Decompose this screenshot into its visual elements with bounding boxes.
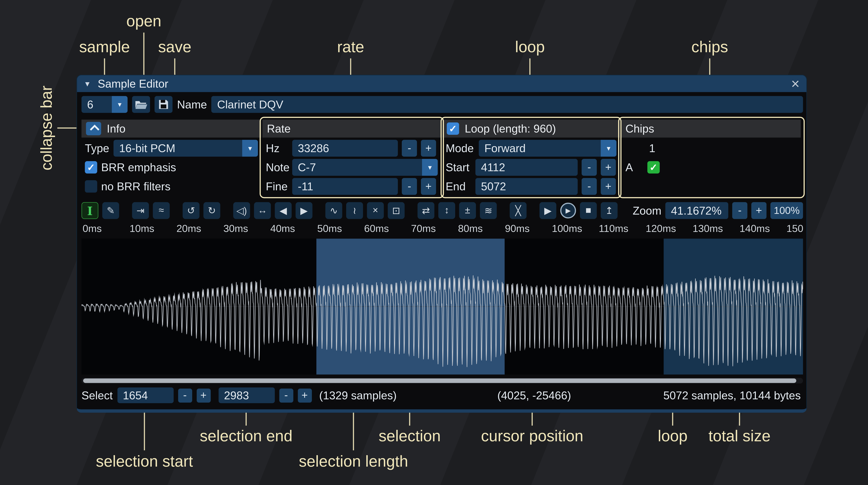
fine-input[interactable]: -11 <box>292 178 398 195</box>
waveform-canvas[interactable] <box>82 239 803 375</box>
sign-icon[interactable]: ± <box>459 202 476 219</box>
save-sample-button[interactable] <box>155 96 173 113</box>
loop-end-label: End <box>446 180 471 193</box>
import-icon[interactable]: ↥ <box>601 202 618 219</box>
annotation-selection-length: selection length <box>299 453 408 471</box>
annotation-rate: rate <box>337 38 364 56</box>
timeline-tick: 30ms <box>223 223 248 235</box>
fine-minus-button[interactable]: - <box>402 178 417 195</box>
collapse-bar-button[interactable] <box>86 122 101 135</box>
titlebar[interactable]: ▼ Sample Editor × <box>77 75 806 92</box>
fade-in-icon[interactable]: ◀ <box>275 202 292 219</box>
loop-mode-dropdown[interactable]: Forward ▼ <box>479 140 616 157</box>
fine-plus-button[interactable]: + <box>421 178 436 195</box>
zoom-input[interactable]: 41.1672% <box>665 202 728 219</box>
hz-label: Hz <box>266 142 288 155</box>
delete-icon[interactable]: × <box>367 202 384 219</box>
loop-end-plus-button[interactable]: + <box>601 178 616 195</box>
amplify-icon[interactable]: ◁) <box>233 202 250 219</box>
zoom-label: Zoom <box>632 204 661 217</box>
waveform-scrollbar <box>82 378 803 384</box>
chevron-down-icon[interactable]: ▼ <box>422 159 438 176</box>
annotation-save: save <box>158 38 191 56</box>
loop-start-input[interactable]: 4112 <box>475 159 578 176</box>
loop-enable-checkbox[interactable]: ✓ <box>447 123 459 135</box>
check-icon: ✓ <box>650 163 658 172</box>
fine-label: Fine <box>266 180 288 193</box>
invert-icon[interactable]: ↕ <box>438 202 455 219</box>
close-icon[interactable]: × <box>791 76 800 91</box>
annotation-total-size: total size <box>709 427 771 445</box>
check-icon: ✓ <box>87 163 95 172</box>
selection-start-input[interactable]: 1654 <box>117 388 174 403</box>
stop-preview-icon[interactable]: ■ <box>580 202 597 219</box>
loop-mode-value: Forward <box>479 140 601 157</box>
timeline-tick: 40ms <box>270 223 295 235</box>
chip-enable-checkbox[interactable]: ✓ <box>647 161 660 173</box>
preview-selection-icon[interactable]: ▶ <box>560 203 576 219</box>
zoom-out-button[interactable]: - <box>732 202 747 219</box>
timeline-tick: 20ms <box>176 223 201 235</box>
annotation-chips: chips <box>691 38 728 56</box>
filter-icon[interactable]: ≋ <box>480 202 497 219</box>
zoom-reset-button[interactable]: 100% <box>770 202 803 219</box>
info-header: Info <box>107 122 125 135</box>
check-icon: ✓ <box>449 124 457 133</box>
chevron-down-icon[interactable]: ▼ <box>601 140 616 157</box>
normalize-icon[interactable]: ↔ <box>254 202 271 219</box>
selection-start-minus-button[interactable]: - <box>178 388 192 402</box>
sample-editor-window: ▼ Sample Editor × 6 ▼ <box>76 75 807 413</box>
preview-icon[interactable]: ▶ <box>539 202 556 219</box>
chevron-up-icon <box>90 125 99 134</box>
chevron-down-icon[interactable]: ▼ <box>242 140 258 157</box>
selection-end-input[interactable]: 2983 <box>218 388 275 403</box>
loop-end-input[interactable]: 5072 <box>475 178 578 195</box>
annotation-line <box>739 412 740 426</box>
hz-plus-button[interactable]: + <box>421 140 436 157</box>
no-brr-filters-checkbox[interactable] <box>85 180 97 193</box>
resize-icon[interactable]: ⇥ <box>132 202 149 219</box>
timeline-tick: 120ms <box>646 223 676 235</box>
loop-start-plus-button[interactable]: + <box>601 159 616 176</box>
draw-icon[interactable]: ✎ <box>102 202 119 219</box>
loop-panel: ✓ Loop (length: 960) Mode Forward ▼ Star… <box>442 120 620 195</box>
loop-start-minus-button[interactable]: - <box>582 159 597 176</box>
annotation-loop-bottom: loop <box>658 427 687 445</box>
loop-end-minus-button[interactable]: - <box>582 178 597 195</box>
chips-panel: Chips 1 A ✓ <box>621 120 801 195</box>
brr-emphasis-checkbox[interactable]: ✓ <box>85 161 97 173</box>
name-input[interactable]: Clarinet DQV <box>212 96 803 113</box>
selection-end-minus-button[interactable]: - <box>279 388 293 402</box>
undo-icon[interactable]: ↺ <box>183 202 199 219</box>
sample-selector-value: 6 <box>82 96 112 113</box>
chevron-down-icon[interactable]: ▼ <box>112 96 128 113</box>
brr-emphasis-label: BRR emphasis <box>101 161 176 174</box>
insert-silence-icon[interactable]: ∿ <box>325 202 342 219</box>
annotation-line <box>532 412 533 426</box>
reverse-icon[interactable]: ⇄ <box>417 202 434 219</box>
trim-icon[interactable]: ⊡ <box>388 202 405 219</box>
redo-icon[interactable]: ↻ <box>204 202 220 219</box>
type-dropdown[interactable]: 16-bit PCM ▼ <box>114 140 258 157</box>
rate-header: Rate <box>267 122 291 135</box>
selection-end-plus-button[interactable]: + <box>298 388 312 402</box>
resample-icon[interactable]: ≈ <box>153 202 169 219</box>
fade-out-icon[interactable]: ▶ <box>296 202 312 219</box>
window-collapse-icon[interactable]: ▼ <box>84 79 91 88</box>
edit-select-icon[interactable]: I <box>82 202 98 219</box>
selection-start-plus-button[interactable]: + <box>196 388 211 402</box>
annotation-line <box>353 412 354 450</box>
crossfade-loop-icon[interactable]: ╳ <box>510 202 527 219</box>
timeline-tick: 110ms <box>599 223 628 235</box>
scrollbar-thumb[interactable] <box>83 379 796 383</box>
apply-silence-icon[interactable]: ≀ <box>346 202 363 219</box>
sample-selector[interactable]: 6 ▼ <box>82 96 127 113</box>
open-sample-button[interactable] <box>132 96 150 113</box>
waveform-view[interactable] <box>82 239 803 375</box>
note-dropdown[interactable]: C-7 ▼ <box>292 159 438 176</box>
zoom-in-button[interactable]: + <box>751 202 767 219</box>
hz-input[interactable]: 33286 <box>292 140 398 157</box>
annotation-sample: sample <box>79 38 130 56</box>
rate-panel: Rate Hz 33286 - + Note C-7 ▼ Fine -11 - … <box>262 120 441 195</box>
hz-minus-button[interactable]: - <box>402 140 417 157</box>
